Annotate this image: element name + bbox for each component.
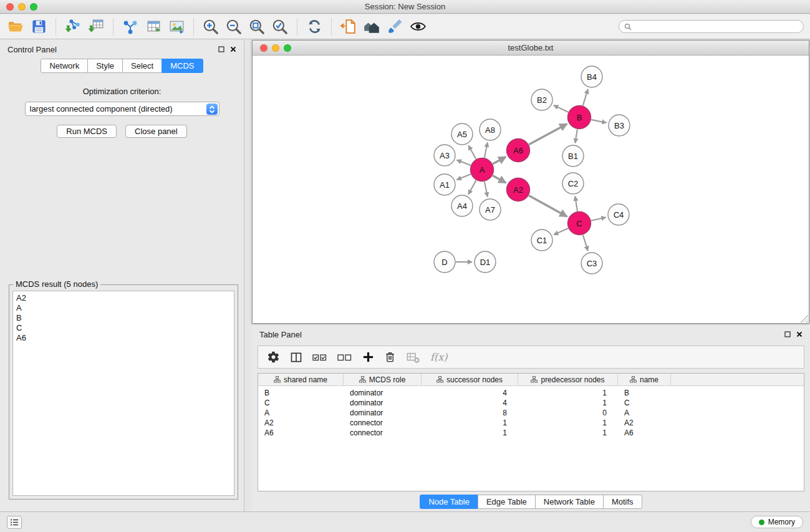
float-panel-icon[interactable] xyxy=(218,46,224,52)
table-cell[interactable]: B xyxy=(258,389,344,397)
table-cell[interactable]: dominator xyxy=(344,389,422,397)
graph-node-B4[interactable]: B4 xyxy=(581,66,602,87)
refresh-icon[interactable] xyxy=(305,17,324,36)
graph-node-C3[interactable]: C3 xyxy=(581,253,602,274)
mcds-result-item[interactable]: A6 xyxy=(16,333,231,343)
open-session-icon[interactable] xyxy=(6,17,25,36)
table-cell[interactable]: A xyxy=(258,409,344,417)
mcds-result-item[interactable]: C xyxy=(16,323,231,333)
import-table-icon[interactable] xyxy=(87,17,105,36)
zoom-window-button[interactable] xyxy=(30,3,37,11)
graph-node-B1[interactable]: B1 xyxy=(562,145,584,167)
graph-edge-A-A6[interactable] xyxy=(493,157,506,164)
table-cell[interactable]: A xyxy=(618,409,671,417)
mcds-result-item[interactable]: A2 xyxy=(16,293,231,303)
graph-node-D[interactable]: D xyxy=(434,251,455,273)
tab-network-table[interactable]: Network Table xyxy=(535,495,604,509)
network-zoom-button[interactable] xyxy=(284,44,291,52)
add-column-icon[interactable] xyxy=(362,351,374,363)
tab-edge-table[interactable]: Edge Table xyxy=(478,495,536,509)
graph-node-C1[interactable]: C1 xyxy=(531,230,552,251)
export-image-icon[interactable] xyxy=(167,17,186,36)
delete-column-trash-icon[interactable] xyxy=(384,351,396,364)
graph-edge-B-B3[interactable] xyxy=(591,120,606,123)
graph-edge-B-B2[interactable] xyxy=(554,105,568,112)
graph-edge-B-B4[interactable] xyxy=(583,89,588,105)
zoom-selected-icon[interactable] xyxy=(271,17,289,36)
table-cell[interactable]: C xyxy=(618,399,671,407)
graph-node-A[interactable]: A xyxy=(471,158,494,181)
apply-style-icon[interactable] xyxy=(385,17,404,36)
close-panel-icon[interactable] xyxy=(230,46,236,52)
window-resize-grip[interactable] xyxy=(801,315,808,322)
close-table-panel-icon[interactable] xyxy=(796,331,803,337)
new-table-icon[interactable] xyxy=(144,17,163,36)
column-header-name[interactable]: name xyxy=(618,374,671,385)
import-network-icon[interactable] xyxy=(64,17,82,36)
graph-edge-A-A2[interactable] xyxy=(493,175,506,183)
graph-node-B[interactable]: B xyxy=(568,106,591,129)
column-header-shared-name[interactable]: shared name xyxy=(258,374,344,385)
graph-node-C4[interactable]: C4 xyxy=(608,204,629,225)
graph-edge-C-C2[interactable] xyxy=(575,196,577,211)
table-cell[interactable]: A2 xyxy=(618,418,671,427)
tab-node-table[interactable]: Node Table xyxy=(420,495,478,509)
table-cell[interactable]: 1 xyxy=(518,418,618,427)
save-session-icon[interactable] xyxy=(29,17,48,36)
network-close-button[interactable] xyxy=(260,44,268,52)
optimization-select[interactable]: largest connected component (directed) xyxy=(25,102,219,116)
graph-edge-A-A7[interactable] xyxy=(485,181,488,196)
table-row[interactable]: Cdominator41C xyxy=(258,398,804,408)
task-history-icon[interactable] xyxy=(7,516,22,529)
tab-motifs[interactable]: Motifs xyxy=(603,495,642,509)
column-header-predecessor-nodes[interactable]: predecessor nodes xyxy=(518,374,618,385)
tab-style[interactable]: Style xyxy=(87,59,123,73)
close-window-button[interactable] xyxy=(6,3,14,11)
column-header-mcds-role[interactable]: MCDS role xyxy=(344,374,422,385)
show-hide-eye-icon[interactable] xyxy=(408,17,427,36)
minimize-window-button[interactable] xyxy=(18,3,26,11)
table-cell[interactable]: 1 xyxy=(422,418,518,427)
mcds-result-item[interactable]: B xyxy=(16,313,231,323)
graph-node-A8[interactable]: A8 xyxy=(480,119,501,140)
run-mcds-button[interactable]: Run MCDS xyxy=(57,125,117,138)
mcds-result-item[interactable]: A xyxy=(16,303,231,313)
table-row[interactable]: Bdominator41B xyxy=(258,388,804,398)
search-field[interactable] xyxy=(619,20,804,33)
graph-edge-A-A1[interactable] xyxy=(456,174,470,180)
graph-node-C2[interactable]: C2 xyxy=(562,173,584,194)
table-cell[interactable]: A6 xyxy=(258,428,344,437)
table-cell[interactable]: A2 xyxy=(258,418,344,427)
network-canvas[interactable]: B4B2BB3A5A8A6A3B1AA1C2A2A4A7CC4C1C3DD1 xyxy=(253,56,809,323)
zoom-out-icon[interactable] xyxy=(224,17,243,36)
table-cell[interactable]: 1 xyxy=(518,428,618,437)
graph-node-A5[interactable]: A5 xyxy=(451,123,473,145)
table-cell[interactable]: 0 xyxy=(518,409,618,417)
home-view-icon[interactable] xyxy=(362,17,381,36)
search-input[interactable] xyxy=(635,22,798,31)
memory-button[interactable]: Memory xyxy=(751,516,803,528)
table-cell[interactable]: C xyxy=(258,399,344,407)
graph-node-A1[interactable]: A1 xyxy=(434,174,455,195)
import-document-icon[interactable] xyxy=(339,17,358,36)
graph-edge-A-A4[interactable] xyxy=(468,180,476,195)
show-columns-icon[interactable] xyxy=(290,351,302,364)
table-cell[interactable]: dominator xyxy=(344,399,422,407)
graph-node-A2[interactable]: A2 xyxy=(507,178,530,201)
new-network-icon[interactable] xyxy=(121,17,140,36)
table-cell[interactable]: 4 xyxy=(422,399,518,407)
graph-node-B3[interactable]: B3 xyxy=(609,115,630,136)
graph-edge-A-A5[interactable] xyxy=(468,145,476,159)
zoom-fit-icon[interactable] xyxy=(248,17,266,36)
graph-node-D1[interactable]: D1 xyxy=(475,251,496,273)
table-cell[interactable]: connector xyxy=(344,428,422,437)
graph-edge-C-C3[interactable] xyxy=(583,235,588,251)
graph-node-B2[interactable]: B2 xyxy=(531,89,552,110)
table-row[interactable]: A6connector11A6 xyxy=(258,428,804,438)
table-cell[interactable]: 1 xyxy=(518,399,618,407)
column-header-successor-nodes[interactable]: successor nodes xyxy=(422,374,518,385)
table-cell[interactable]: dominator xyxy=(344,409,422,417)
graph-edge-A-A3[interactable] xyxy=(457,160,471,166)
graph-edge-A-A8[interactable] xyxy=(485,143,488,158)
graph-edge-A2-C[interactable] xyxy=(529,195,567,216)
